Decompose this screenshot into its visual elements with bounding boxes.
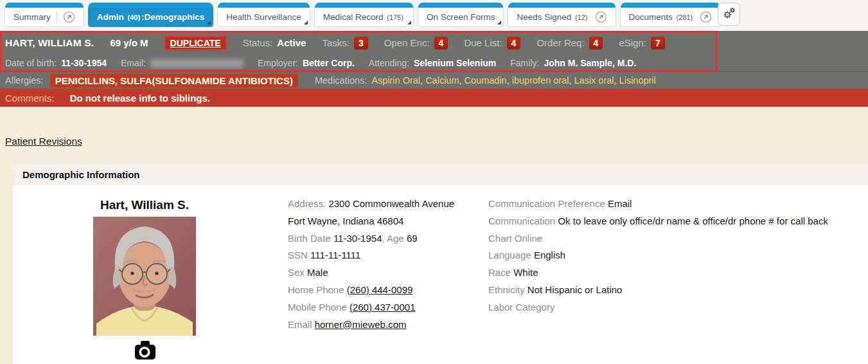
home-phone-link[interactable]: (260) 444-0099 — [347, 284, 413, 295]
tab-label: Summary — [13, 12, 51, 22]
medication-link[interactable]: Lasix oral — [574, 75, 614, 86]
tab-body: Health Surveillance — [218, 8, 309, 26]
tab-admin-demographics[interactable]: Admin (40):Demographics — [88, 3, 214, 27]
field-language: Language English — [488, 247, 868, 264]
tab-label: Health Surveillance — [226, 12, 301, 22]
tab-health-surveillance[interactable]: Health Surveillance — [217, 3, 310, 27]
patient-photo[interactable] — [93, 217, 196, 336]
dob-label: Date of birth: — [5, 58, 57, 68]
dob-field: Date of birth: 11-30-1954 — [5, 58, 107, 68]
ethnicity-value: Not Hispanic or Latino — [527, 284, 623, 295]
medication-link[interactable]: Lisinopril — [619, 75, 656, 86]
tab-medical-record[interactable]: Medical Record (175) — [314, 3, 414, 27]
tab-count: (281) — [677, 14, 693, 21]
medication-separator: , — [614, 75, 619, 86]
demographics-middle-column: Address: 2300 Commonwealth AvenueFort Wa… — [288, 196, 491, 333]
medication-link[interactable]: Calcium — [425, 75, 459, 86]
status-value: Active — [277, 37, 306, 48]
open-enc-label: Open Enc: — [384, 37, 430, 48]
tab-label: Needs Signed (12) — [517, 12, 589, 22]
esign-field: eSign: 7 — [619, 37, 664, 50]
order-req-label: Order Req: — [536, 37, 584, 48]
camera-icon[interactable] — [134, 340, 157, 363]
patient-name: HART, WILLIAM S. — [5, 37, 94, 49]
field-ethnicity: Ethnicity Not Hispanic or Latino — [488, 282, 868, 299]
popout-arrow-icon[interactable] — [700, 11, 712, 23]
field-birth-date: Birth Date 11-30-1954, Age 69 — [288, 230, 491, 248]
patient-header: HART, WILLIAM S. 69 y/o M DUPLICATE Stat… — [0, 31, 868, 107]
tab-top-stripe — [315, 3, 413, 8]
comments-text: Do not release info to siblings. — [70, 93, 210, 104]
mobile-phone-link[interactable]: (260) 437-0001 — [350, 302, 416, 313]
order-req-field: Order Req: 4 — [536, 37, 603, 50]
medication-link[interactable]: Aspirin Oral — [371, 75, 420, 86]
field-mobile-phone: Mobile Phone (260) 437-0001 — [288, 299, 491, 316]
tab-on-screen-forms[interactable]: On Screen Forms — [418, 3, 504, 27]
employer-label: Employer: — [258, 58, 298, 68]
language-label: Language — [488, 250, 534, 260]
ssn-value: 111-11-1111 — [310, 250, 360, 260]
popout-arrow-icon[interactable] — [595, 11, 607, 23]
tab-body: Medical Record (175) — [315, 8, 413, 26]
medication-link[interactable]: ibuprofen oral — [512, 75, 569, 86]
esign-count-badge[interactable]: 7 — [651, 37, 665, 50]
mobile-phone-label: Mobile Phone — [288, 302, 350, 313]
medications-list: Aspirin Oral, Calcium, Coumadin, ibuprof… — [371, 75, 656, 86]
employer-value: Better Corp. — [303, 58, 355, 68]
email-field: Email: — [121, 58, 244, 68]
tab-label: Medical Record (175) — [323, 12, 405, 22]
settings-button[interactable] — [718, 3, 740, 26]
tab-top-stripe — [218, 3, 309, 8]
email-label: Email — [288, 319, 315, 330]
medication-separator: , — [420, 75, 425, 86]
patient-revisions-link[interactable]: Patient Revisions — [5, 136, 82, 147]
chart-online-label: Chart Online — [488, 233, 542, 244]
communication-preference-label: Communication Preference — [488, 198, 608, 209]
tab-top-stripe — [418, 3, 504, 8]
duplicate-badge[interactable]: DUPLICATE — [164, 36, 227, 50]
comments-label: Comments: — [5, 93, 55, 104]
open-enc-count-badge[interactable]: 4 — [434, 37, 448, 50]
gears-icon — [722, 6, 736, 23]
field-communication: Communication Ok to leave only office/dr… — [488, 213, 868, 230]
home-phone-label: Home Phone — [288, 284, 347, 295]
attending-label: Attending: — [369, 58, 409, 68]
status-label: Status: — [243, 37, 273, 48]
order-req-count-badge[interactable]: 4 — [589, 37, 603, 50]
ssn-label: SSN — [288, 250, 310, 260]
tab-summary[interactable]: Summary — [4, 3, 84, 27]
race-label: Race — [488, 267, 513, 278]
due-list-count-badge[interactable]: 4 — [507, 37, 521, 50]
allergies-badge[interactable]: PENICILLINS, SULFA(SULFONAMIDE ANTIBIOTI… — [50, 74, 298, 87]
tab-top-stripe — [5, 3, 84, 8]
tab-count: (175) — [387, 14, 403, 21]
email-link[interactable]: horner@mieweb.com — [315, 319, 407, 330]
patient-summary-row: HART, WILLIAM S. 69 y/o M DUPLICATE Stat… — [0, 31, 868, 55]
main-content: Patient Revisions Demographic Informatio… — [0, 107, 868, 364]
tasks-count-badge[interactable]: 3 — [354, 37, 368, 50]
tasks-label: Tasks: — [322, 37, 350, 48]
tab-label: Admin (40):Demographics — [97, 12, 205, 22]
field-sex: Sex Male — [288, 264, 491, 282]
medications-field: Medications: Aspirin Oral, Calcium, Coum… — [315, 75, 656, 86]
medication-link[interactable]: Coumadin — [465, 75, 507, 86]
popout-arrow-icon[interactable] — [57, 11, 75, 23]
tab-body: On Screen Forms — [418, 8, 504, 26]
demographics-body: Hart, William S. — [13, 185, 868, 364]
tab-menu-fold-icon — [207, 21, 211, 24]
comments-row: Comments: Do not release info to sibling… — [0, 89, 868, 107]
address-value: Fort Wayne, Indiana 46804 — [288, 215, 403, 226]
ethnicity-label: Ethnicity — [488, 284, 527, 295]
birth-date-value: 11-30-1954 — [333, 233, 382, 244]
address-value: 2300 Commonwealth Avenue — [328, 198, 454, 209]
tab-needs-signed[interactable]: Needs Signed (12) — [508, 3, 616, 27]
status-field: Status: Active — [243, 37, 306, 48]
tab-top-stripe — [89, 3, 213, 8]
tab-label: Documents (281) — [629, 12, 695, 22]
tab-documents[interactable]: Documents (281) — [620, 3, 722, 27]
tasks-field: Tasks: 3 — [322, 37, 368, 50]
address-label: Address: — [288, 198, 328, 209]
attending-field: Attending: Selenium Selenium — [369, 58, 496, 68]
tab-menu-fold-icon — [407, 21, 411, 24]
labor-category-label: Labor Category — [488, 302, 554, 313]
